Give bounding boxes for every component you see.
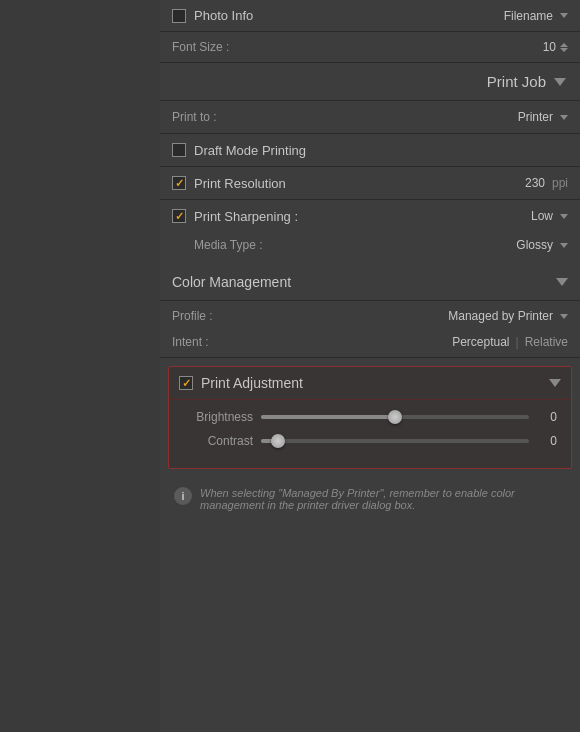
- print-resolution-checkbox-group: Print Resolution: [172, 176, 286, 191]
- brightness-value: 0: [537, 410, 557, 424]
- sidebar: [0, 0, 160, 732]
- print-sharpening-checkbox-group: Print Sharpening :: [172, 209, 298, 224]
- color-management-collapse-arrow[interactable]: [556, 278, 568, 286]
- font-size-up[interactable]: [560, 43, 568, 47]
- color-management-header: Color Management: [160, 264, 580, 301]
- print-adjustment-checkbox-group: Print Adjustment: [179, 375, 303, 391]
- draft-mode-checkbox[interactable]: [172, 143, 186, 157]
- contrast-value: 0: [537, 434, 557, 448]
- print-adjustment-section: Print Adjustment Brightness 0 Contrast: [168, 366, 572, 469]
- contrast-row: Contrast 0: [183, 434, 557, 448]
- print-to-value: Printer: [518, 110, 553, 124]
- main-panel: Photo Info Filename Font Size : 10 Print…: [160, 0, 580, 732]
- print-to-value-group: Printer: [518, 110, 568, 124]
- print-sharpening-label: Print Sharpening :: [194, 209, 298, 224]
- color-management-section: Color Management Profile : Managed by Pr…: [160, 264, 580, 358]
- print-job-title: Print Job: [487, 73, 546, 90]
- profile-dropdown-arrow[interactable]: [560, 314, 568, 319]
- profile-value: Managed by Printer: [448, 309, 553, 323]
- media-type-label: Media Type :: [194, 238, 262, 252]
- contrast-thumb[interactable]: [271, 434, 285, 448]
- draft-mode-checkbox-group: Draft Mode Printing: [172, 143, 306, 158]
- print-sharpening-checkbox[interactable]: [172, 209, 186, 223]
- info-note: i When selecting "Managed By Printer", r…: [160, 477, 580, 521]
- print-to-row: Print to : Printer: [160, 101, 580, 133]
- print-resolution-unit: ppi: [552, 176, 568, 190]
- intent-row: Intent : Perceptual | Relative: [160, 331, 580, 358]
- brightness-thumb[interactable]: [388, 410, 402, 424]
- print-sharpening-row: Print Sharpening : Low: [160, 200, 580, 232]
- print-resolution-value: 230: [525, 176, 545, 190]
- intent-separator: |: [516, 335, 519, 349]
- sliders-container: Brightness 0 Contrast 0: [169, 400, 571, 468]
- print-resolution-row: Print Resolution 230 ppi: [160, 167, 580, 199]
- print-resolution-value-group: 230 ppi: [525, 176, 568, 190]
- font-size-stepper[interactable]: 10: [543, 40, 568, 54]
- print-adjustment-collapse-arrow[interactable]: [549, 379, 561, 387]
- print-resolution-label: Print Resolution: [194, 176, 286, 191]
- print-adjustment-header: Print Adjustment: [169, 367, 571, 400]
- draft-mode-row: Draft Mode Printing: [160, 134, 580, 166]
- print-adjustment-title: Print Adjustment: [201, 375, 303, 391]
- print-sharpening-value-group: Low: [531, 209, 568, 223]
- brightness-label: Brightness: [183, 410, 253, 424]
- font-size-down[interactable]: [560, 48, 568, 52]
- profile-row: Profile : Managed by Printer: [160, 301, 580, 331]
- print-job-collapse-arrow[interactable]: [554, 78, 566, 86]
- profile-value-group: Managed by Printer: [448, 309, 568, 323]
- photo-info-checkbox[interactable]: [172, 9, 186, 23]
- media-type-value-group: Glossy: [516, 238, 568, 252]
- print-to-label: Print to :: [172, 110, 217, 124]
- color-management-title: Color Management: [172, 274, 291, 290]
- intent-options: Perceptual | Relative: [452, 335, 568, 349]
- font-size-value: 10: [543, 40, 556, 54]
- intent-option-perceptual[interactable]: Perceptual: [452, 335, 509, 349]
- brightness-fill: [261, 415, 395, 419]
- draft-mode-label: Draft Mode Printing: [194, 143, 306, 158]
- media-type-row: Media Type : Glossy: [160, 232, 580, 264]
- photo-info-label: Photo Info: [194, 8, 253, 23]
- photo-info-row: Photo Info Filename: [160, 0, 580, 32]
- print-sharpening-value: Low: [531, 209, 553, 223]
- intent-option-relative[interactable]: Relative: [525, 335, 568, 349]
- brightness-row: Brightness 0: [183, 410, 557, 424]
- info-icon: i: [174, 487, 192, 505]
- media-type-dropdown-arrow[interactable]: [560, 243, 568, 248]
- font-size-arrows[interactable]: [560, 43, 568, 52]
- font-size-row: Font Size : 10: [160, 32, 580, 63]
- font-size-label: Font Size :: [172, 40, 229, 54]
- photo-info-value: Filename: [504, 9, 568, 23]
- intent-label: Intent :: [172, 335, 209, 349]
- print-to-dropdown-arrow[interactable]: [560, 115, 568, 120]
- print-adjustment-checkbox[interactable]: [179, 376, 193, 390]
- profile-label: Profile :: [172, 309, 213, 323]
- contrast-track[interactable]: [261, 439, 529, 443]
- media-type-value: Glossy: [516, 238, 553, 252]
- contrast-label: Contrast: [183, 434, 253, 448]
- info-note-text: When selecting "Managed By Printer", rem…: [200, 487, 566, 511]
- print-sharpening-dropdown-arrow[interactable]: [560, 214, 568, 219]
- print-job-header: Print Job: [160, 63, 580, 101]
- photo-info-dropdown-arrow[interactable]: [560, 13, 568, 18]
- photo-info-checkbox-group: Photo Info: [172, 8, 253, 23]
- brightness-track[interactable]: [261, 415, 529, 419]
- print-resolution-checkbox[interactable]: [172, 176, 186, 190]
